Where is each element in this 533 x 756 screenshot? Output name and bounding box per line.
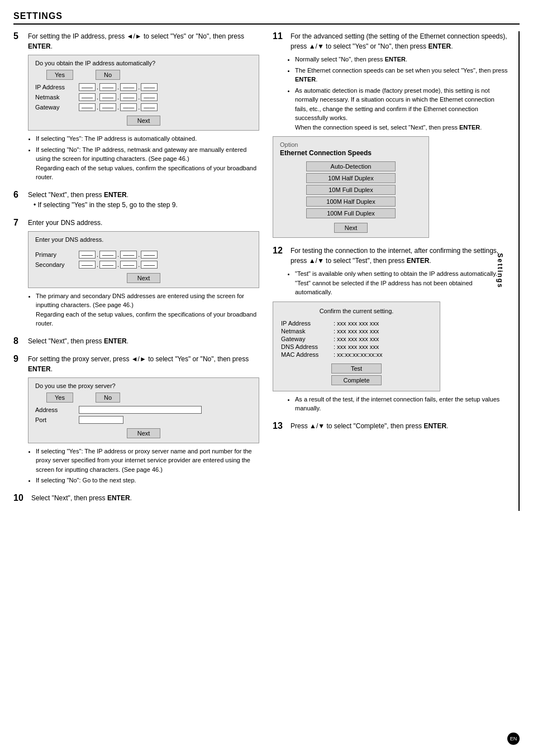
- step-7: 7 Enter your DNS address. Enter your DNS…: [13, 218, 259, 328]
- step-10: 10 Select "Next", then press ENTER.: [13, 493, 259, 503]
- confirm-buttons: Test Complete: [281, 363, 432, 385]
- ip-address-row: IP Address —— . —— . —— . ——: [35, 83, 252, 91]
- step-13-num: 13: [273, 421, 287, 431]
- no-btn-9[interactable]: No: [96, 393, 120, 403]
- step-5: 5 For setting the IP address, press ◄/► …: [13, 31, 259, 182]
- option-auto[interactable]: Auto-Detection: [306, 161, 396, 171]
- step-5-bullets: If selecting "Yes": The IP address is au…: [28, 134, 259, 182]
- confirm-netmask: Netmask : xxx xxx xxx xxx: [281, 328, 432, 334]
- primary-row: Primary —— . —— . —— . ——: [35, 251, 252, 259]
- step-5-screen: Do you obtain the IP address automatical…: [28, 55, 259, 131]
- page-title: SETTINGS: [13, 11, 520, 25]
- step-5-screen-title: Do you obtain the IP address automatical…: [35, 60, 252, 66]
- step-9-num: 9: [13, 354, 25, 364]
- step-9-screen-title: Do you use the proxy server?: [35, 382, 252, 389]
- step-13-text: Press ▲/▼ to select "Complete", then pre…: [291, 421, 448, 431]
- side-label: Settings: [496, 253, 503, 289]
- netmask-row: Netmask —— . —— . —— . ——: [35, 93, 252, 101]
- step-8: 8 Select "Next", then press ENTER.: [13, 336, 259, 346]
- step-8-text: Select "Next", then press ENTER.: [28, 336, 129, 346]
- step-12-bullets: "Test" is available only when setting to…: [287, 269, 508, 297]
- yes-btn-9[interactable]: Yes: [46, 393, 73, 403]
- confirm-title: Confirm the current setting.: [281, 308, 432, 314]
- port-row: Port: [35, 416, 252, 424]
- step-9-bullets: If selecting "Yes": The IP address or pr…: [28, 447, 259, 485]
- step-7-screen: Enter your DNS address. Primary —— . —— …: [28, 231, 259, 288]
- option-100h[interactable]: 100M Half Duplex: [306, 197, 396, 207]
- step-11-text: For the advanced setting (the setting of…: [291, 31, 508, 51]
- confirm-ip: IP Address : xxx xxx xxx xxx: [281, 320, 432, 327]
- step-9-text: For setting the proxy server, press ◄/► …: [28, 354, 259, 374]
- step-6-num: 6: [13, 190, 25, 200]
- next-btn-7[interactable]: Next: [127, 273, 161, 283]
- left-column: 5 For setting the IP address, press ◄/► …: [13, 31, 259, 511]
- step-7-num: 7: [13, 218, 25, 228]
- secondary-row: Secondary —— . —— . —— . ——: [35, 261, 252, 269]
- step-11-bullets: Normally select "No", then press ENTER. …: [287, 55, 508, 132]
- step-8-num: 8: [13, 336, 25, 346]
- address-row: Address: [35, 406, 252, 414]
- option-10f[interactable]: 10M Full Duplex: [306, 185, 396, 195]
- option-10h[interactable]: 10M Half Duplex: [306, 173, 396, 183]
- step-6: 6 Select "Next", then press ENTER. • If …: [13, 190, 259, 210]
- step-5-text: For setting the IP address, press ◄/► to…: [28, 31, 259, 51]
- test-btn[interactable]: Test: [331, 363, 382, 374]
- gateway-row: Gateway —— . —— . —— . ——: [35, 103, 252, 111]
- step-11-num: 11: [273, 31, 287, 41]
- page-number: EN: [507, 733, 520, 745]
- step-5-num: 5: [13, 31, 25, 41]
- step-7-screen-title: Enter your DNS address.: [35, 236, 252, 243]
- step-12-num: 12: [273, 246, 287, 256]
- option-box: Option Ethernet Connection Speeds Auto-D…: [273, 136, 429, 238]
- next-btn-5[interactable]: Next: [127, 116, 161, 126]
- confirm-box: Confirm the current setting. IP Address …: [273, 302, 440, 391]
- step-9: 9 For setting the proxy server, press ◄/…: [13, 354, 259, 485]
- confirm-dns: DNS Address : xxx xxx xxx xxx: [281, 343, 432, 350]
- confirm-mac: MAC Address : xx:xx:xx:xx:xx:xx: [281, 351, 432, 358]
- step-12-text: For testing the connection to the intern…: [291, 246, 508, 266]
- next-btn-9[interactable]: Next: [127, 428, 161, 438]
- confirm-gateway: Gateway : xxx xxx xxx xxx: [281, 336, 432, 342]
- option-label: Option: [280, 141, 422, 148]
- step-11: 11 For the advanced setting (the setting…: [273, 31, 508, 238]
- option-100f[interactable]: 100M Full Duplex: [306, 208, 396, 218]
- step-6-text: Select "Next", then press ENTER. • If se…: [28, 190, 178, 210]
- step-12: 12 For testing the connection to the int…: [273, 246, 508, 413]
- step-12-note: As a result of the test, if the internet…: [287, 395, 508, 413]
- step-9-screen: Do you use the proxy server? Yes No Addr…: [28, 377, 259, 443]
- step-7-text: Enter your DNS address.: [28, 218, 102, 228]
- next-btn-11[interactable]: Next: [334, 223, 368, 233]
- right-column: 11 For the advanced setting (the setting…: [273, 31, 520, 511]
- step-10-text: Select "Next", then press ENTER.: [31, 493, 132, 503]
- step-13: 13 Press ▲/▼ to select "Complete", then …: [273, 421, 508, 431]
- step-10-num: 10: [13, 493, 28, 503]
- option-subtitle: Ethernet Connection Speeds: [280, 149, 422, 157]
- no-btn-5[interactable]: No: [96, 70, 120, 80]
- complete-btn[interactable]: Complete: [331, 375, 382, 385]
- step-7-bullets: The primary and secondary DNS addresses …: [28, 291, 259, 328]
- yes-btn-5[interactable]: Yes: [46, 70, 73, 80]
